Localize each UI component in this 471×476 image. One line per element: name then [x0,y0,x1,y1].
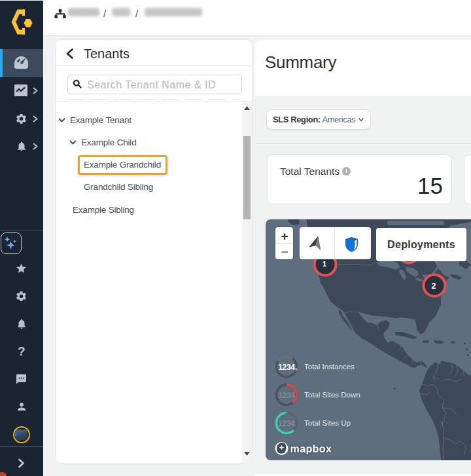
svg-text:Total Sites Down: Total Sites Down [304,391,360,399]
svg-text:1234: 1234 [278,363,295,372]
svg-text:2: 2 [432,282,436,291]
svg-text:Total Sites Up: Total Sites Up [304,419,351,427]
svg-text:1234: 1234 [278,419,295,428]
svg-text:1: 1 [323,260,326,268]
svg-text:mapbox: mapbox [290,443,332,454]
svg-text:Total Instances: Total Instances [304,363,355,371]
svg-text:1234: 1234 [278,391,295,400]
